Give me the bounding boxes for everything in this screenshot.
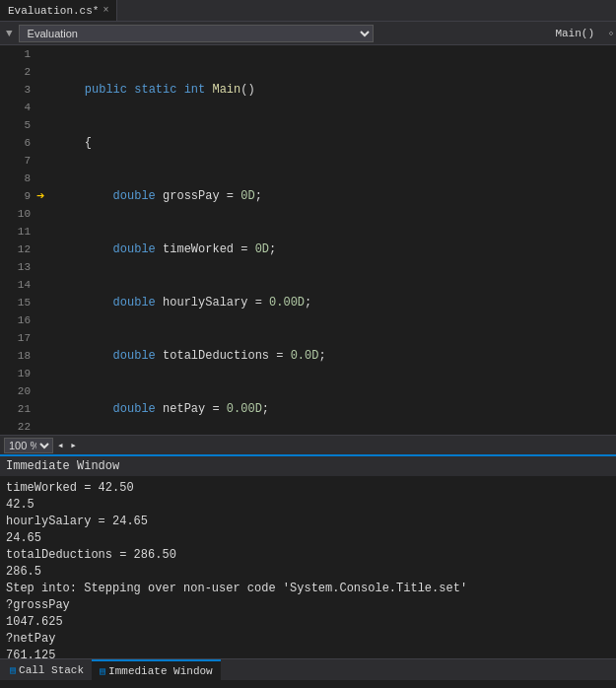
method-icon: ⬦ <box>608 28 614 38</box>
immediate-line-6: 286.5 <box>6 564 610 581</box>
tab-label: Evaluation.cs* <box>8 5 99 17</box>
immediate-window-content[interactable]: timeWorked = 42.50 42.5 hourlySalary = 2… <box>0 476 616 658</box>
immediate-line-10: ?netPay <box>6 631 610 648</box>
immediate-window-header: Immediate Window <box>0 454 616 476</box>
immediate-line-7: Step into: Stepping over non-user code '… <box>6 581 610 597</box>
immediate-window-tab[interactable]: ▤ Immediate Window <box>92 659 221 680</box>
call-stack-tab[interactable]: ▤ Call Stack <box>2 659 92 680</box>
file-tab[interactable]: Evaluation.cs* × <box>0 0 117 21</box>
immediate-window-title: Immediate Window <box>6 459 119 473</box>
immediate-line-8: ?grossPay <box>6 597 610 614</box>
immediate-line-3: hourlySalary = 24.65 <box>6 514 610 530</box>
current-line-arrow: ➔ <box>36 187 44 204</box>
arrow-gutter: ➔ <box>34 45 52 435</box>
call-stack-icon: ▤ <box>10 664 16 676</box>
immediate-window-tab-label: Immediate Window <box>108 665 213 677</box>
immediate-line-5: totalDeductions = 286.50 <box>6 547 610 564</box>
bottom-tab-bar: ▤ Call Stack ▤ Immediate Window <box>0 658 616 680</box>
immediate-line-4: 24.65 <box>6 530 610 547</box>
immediate-line-9: 1047.625 <box>6 614 610 631</box>
title-bar: Evaluation.cs* × <box>0 0 616 22</box>
zoom-bar: 100 % ◂ ▸ <box>0 435 616 454</box>
method-label: Main() <box>555 28 602 39</box>
line-numbers: 1 2 3 4 5 6 7 8 9 10 11 12 13 14 15 16 1… <box>0 45 34 435</box>
immediate-line-2: 42.5 <box>6 497 610 514</box>
immediate-line-11: 761.125 <box>6 648 610 658</box>
close-icon[interactable]: × <box>103 5 108 16</box>
immediate-line-1: timeWorked = 42.50 <box>6 480 610 497</box>
scope-dropdown[interactable]: Evaluation <box>19 25 374 42</box>
code-lines[interactable]: public static int Main() { double grossP… <box>52 45 616 435</box>
code-editor[interactable]: 1 2 3 4 5 6 7 8 9 10 11 12 13 14 15 16 1… <box>0 45 616 435</box>
zoom-arrows[interactable]: ◂ ▸ <box>57 439 77 451</box>
call-stack-label: Call Stack <box>19 664 84 676</box>
toolbar: ▼ Evaluation Main() ⬦ <box>0 22 616 45</box>
immediate-window-tab-icon: ▤ <box>100 665 105 677</box>
zoom-dropdown[interactable]: 100 % <box>4 438 53 453</box>
expand-icon[interactable]: ▼ <box>2 26 17 41</box>
